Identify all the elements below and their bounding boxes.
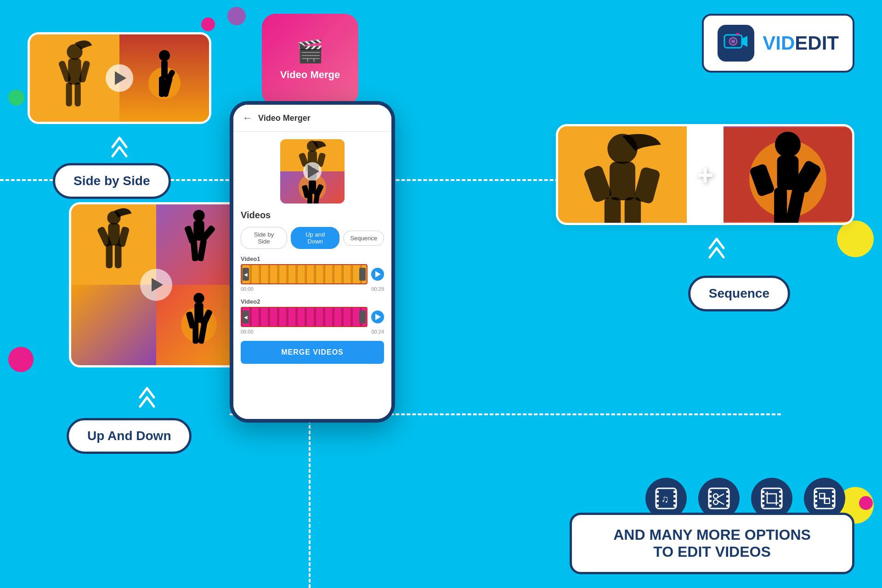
svg-rect-108	[832, 500, 835, 502]
video2-track-section: Video2 ◀ 00:00 00:24	[241, 298, 384, 334]
svg-rect-5	[75, 83, 81, 107]
svg-rect-72	[673, 504, 676, 507]
side-by-side-video-preview	[28, 32, 211, 124]
quad-bottom-left	[71, 285, 156, 365]
decorative-dot-purple	[227, 7, 246, 25]
phone-screen-title: Video Merger	[258, 113, 311, 123]
svg-rect-80	[726, 495, 729, 498]
decorative-dot-green	[8, 90, 24, 106]
videdit-icon-box	[718, 25, 754, 62]
svg-rect-113	[825, 498, 830, 503]
svg-rect-48	[736, 33, 740, 35]
arrows-up-topleft	[110, 133, 129, 161]
svg-rect-74	[709, 488, 729, 509]
more-options-line1: AND MANY MORE OPTIONS	[590, 526, 834, 543]
tab-buttons-container: Side by Side Up and Down Sequence	[241, 227, 384, 249]
svg-rect-89	[762, 495, 764, 498]
svg-rect-8	[161, 60, 168, 79]
video-merge-app-card: 🎬 Video Merge	[262, 14, 358, 106]
video1-end-time: 00:29	[371, 286, 384, 292]
svg-rect-88	[762, 491, 764, 493]
svg-rect-16	[106, 244, 113, 268]
svg-text:♫: ♫	[661, 493, 669, 505]
plus-divider: +	[687, 126, 724, 223]
sequence-button[interactable]: Sequence	[688, 276, 790, 311]
video1-play-button[interactable]	[371, 268, 384, 281]
svg-rect-26	[194, 303, 203, 323]
svg-rect-103	[814, 495, 817, 498]
svg-rect-92	[779, 491, 782, 493]
svg-rect-96	[767, 494, 776, 503]
svg-rect-78	[709, 504, 712, 507]
video2-label: Video2	[241, 298, 384, 305]
play-button-bottomleft[interactable]	[140, 269, 172, 301]
merge-video-right	[724, 126, 852, 223]
back-button[interactable]: ←	[243, 112, 253, 124]
video1-filmstrip[interactable]: ◀	[241, 264, 368, 284]
video2-filmstrip[interactable]: ◀	[241, 307, 368, 327]
tab-side-by-side[interactable]: Side by Side	[241, 227, 287, 249]
video1-label: Video1	[241, 255, 384, 262]
phone-mockup: ← Video Merger	[230, 101, 395, 423]
svg-point-7	[159, 50, 170, 61]
videdit-camera-icon	[722, 29, 750, 57]
svg-rect-42	[307, 192, 312, 204]
svg-rect-91	[762, 504, 764, 507]
svg-rect-95	[779, 504, 782, 507]
side-by-side-button[interactable]: Side by Side	[53, 163, 171, 199]
svg-rect-22	[190, 238, 198, 261]
tab-up-and-down[interactable]: Up and Down	[291, 227, 340, 249]
arrows-up-bottomleft	[138, 384, 156, 411]
svg-rect-29	[192, 322, 198, 344]
svg-rect-105	[814, 504, 817, 507]
video2-end-time: 00:24	[371, 329, 384, 334]
video-merge-preview-right: +	[556, 124, 854, 225]
quad-top-left	[71, 204, 156, 285]
tab-sequence[interactable]: Sequence	[343, 231, 384, 246]
svg-rect-79	[726, 491, 729, 493]
svg-rect-67	[656, 500, 659, 502]
more-options-banner: AND MANY MORE OPTIONS TO EDIT VIDEOS	[570, 513, 854, 574]
video1-track-row: ◀	[241, 264, 384, 284]
videdit-logo: VIDEDIT	[702, 14, 854, 73]
svg-rect-109	[832, 504, 835, 507]
merge-video-left	[558, 126, 687, 223]
svg-point-18	[193, 210, 204, 221]
sunset-silhouette-right	[146, 46, 183, 120]
video2-start-time: 00:00	[241, 329, 254, 334]
video1-start-time: 00:00	[241, 286, 254, 292]
decorative-dot-yellow	[837, 220, 874, 257]
svg-rect-71	[673, 500, 676, 502]
svg-rect-62	[774, 187, 787, 223]
up-down-video-preview	[69, 202, 243, 368]
svg-rect-23	[197, 238, 207, 261]
svg-marker-45	[742, 36, 747, 47]
more-options-line2: TO EDIT VIDEOS	[590, 543, 834, 560]
svg-point-84	[713, 500, 718, 504]
video-merge-icon: 🎬	[296, 39, 324, 64]
quad-bottom-right	[156, 285, 241, 365]
svg-rect-68	[656, 504, 659, 507]
svg-rect-51	[610, 162, 635, 200]
videos-section-label: Videos	[241, 210, 384, 220]
merge-videos-button[interactable]: MERGE VIDEOS	[241, 341, 384, 364]
video2-play-button[interactable]	[371, 311, 384, 323]
svg-rect-107	[832, 495, 835, 498]
svg-point-47	[731, 40, 735, 43]
svg-rect-39	[309, 180, 316, 194]
svg-rect-81	[726, 500, 729, 502]
svg-rect-70	[673, 495, 676, 498]
svg-rect-66	[656, 495, 659, 498]
play-button-topleft[interactable]	[106, 64, 133, 92]
svg-rect-112	[820, 493, 825, 498]
svg-rect-55	[625, 197, 641, 223]
svg-rect-102	[814, 491, 817, 493]
svg-rect-17	[114, 244, 121, 268]
up-and-down-button[interactable]: Up And Down	[67, 418, 192, 454]
video2-time-row: 00:00 00:24	[241, 329, 384, 334]
svg-rect-75	[709, 491, 712, 493]
preview-play-button[interactable]	[303, 162, 322, 181]
video1-time-row: 00:00 00:29	[241, 286, 384, 292]
svg-rect-65	[656, 491, 659, 493]
decorative-dot-pink3	[859, 496, 873, 510]
